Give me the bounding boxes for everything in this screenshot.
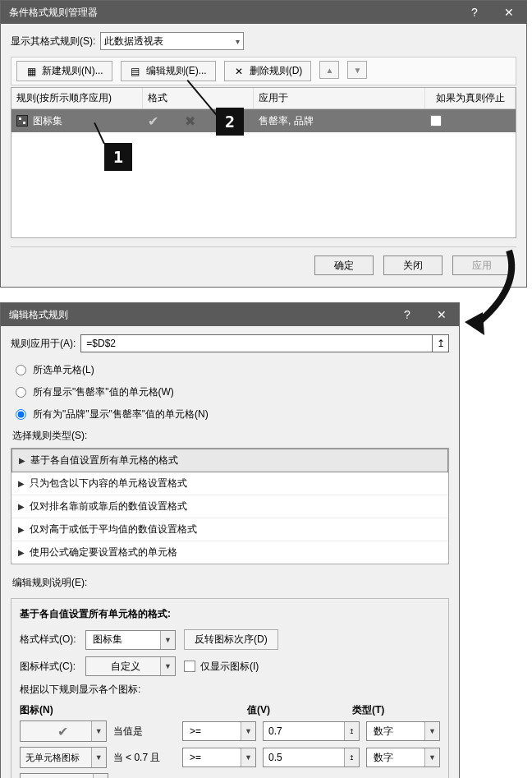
icon-style-label: 图标样式(C): xyxy=(20,660,77,674)
iconset-icon xyxy=(16,115,28,127)
move-up-button[interactable]: ▲ xyxy=(319,61,339,79)
range-picker-icon[interactable]: ↥ xyxy=(344,722,359,740)
edit-title: 编辑格式规则 xyxy=(9,308,390,322)
x-icon: ✖ xyxy=(185,113,195,129)
ok-button[interactable]: 确定 xyxy=(314,255,374,275)
show-rules-dropdown[interactable]: 此数据透视表 xyxy=(100,32,244,50)
rule-type-item[interactable]: ▶只为包含以下内容的单元格设置格式 xyxy=(11,472,448,495)
reverse-order-button[interactable]: 反转图标次序(D) xyxy=(184,629,278,650)
close-button[interactable]: ✕ xyxy=(492,1,526,24)
apply-to-label: 规则应用于(A): xyxy=(11,337,76,351)
edit-titlebar: 编辑格式规则 ? ✕ xyxy=(1,303,459,326)
value-input[interactable]: ↥ xyxy=(263,748,360,767)
header-icon: 图标(N) xyxy=(20,703,122,717)
scope-radio-all-field[interactable]: 所有显示"售罄率"值的单元格(W) xyxy=(11,381,449,403)
icon-rule-row: ✔▼ 当值是 >=▼ ↥ 数字▼ xyxy=(20,720,440,742)
value-input[interactable]: ↥ xyxy=(263,721,360,741)
col-rule: 规则(按所示顺序应用) xyxy=(11,88,143,108)
operator-dropdown[interactable]: >=▼ xyxy=(182,721,256,741)
icon-style-dropdown[interactable]: 自定义▼ xyxy=(85,656,176,676)
icon-rule-row: ✖▼ 当 < 0.5 xyxy=(20,773,440,778)
rule-type-item[interactable]: ▶仅对排名靠前或靠后的数值设置格式 xyxy=(11,495,448,518)
inner-title: 基于各自值设置所有单元格的格式: xyxy=(20,607,440,621)
range-picker-icon[interactable]: ↥ xyxy=(432,335,448,352)
new-rule-icon: ▦ xyxy=(25,66,37,77)
rules-grid: 规则(按所示顺序应用) 格式 应用于 如果为真则停止 图标集 ✔ ✖ 售罄率, … xyxy=(11,87,516,238)
check-icon: ✔ xyxy=(148,113,158,129)
when-text: 当值是 xyxy=(113,725,176,739)
edit-rule-button[interactable]: ▤ 编辑规则(E)... xyxy=(121,61,216,81)
col-applied: 应用于 xyxy=(254,88,425,108)
mgr-titlebar: 条件格式规则管理器 ? ✕ xyxy=(1,1,526,24)
rules-toolbar: ▦ 新建规则(N)... ▤ 编辑规则(E)... ✕ 删除规则(D) ▲ ▼ xyxy=(11,57,516,85)
check-icon: ✔ xyxy=(57,724,68,739)
mgr-title: 条件格式规则管理器 xyxy=(9,6,457,20)
show-icon-only-checkbox[interactable]: 仅显示图标(I) xyxy=(184,660,259,674)
callout-1: 1 xyxy=(104,143,132,171)
rule-type-item[interactable]: ▶仅对高于或低于平均值的数值设置格式 xyxy=(11,518,448,541)
edit-rule-icon: ▤ xyxy=(130,66,141,77)
rule-name: 图标集 xyxy=(33,114,62,128)
new-rule-button[interactable]: ▦ 新建规则(N)... xyxy=(16,61,112,81)
desc-label: 编辑规则说明(E): xyxy=(11,573,449,595)
icon-picker[interactable]: 无单元格图标▼ xyxy=(20,747,107,768)
header-type: 类型(T) xyxy=(352,703,440,717)
apply-to-input[interactable]: ↥ xyxy=(80,334,449,352)
rule-row[interactable]: 图标集 ✔ ✖ 售罄率, 品牌 xyxy=(11,109,516,132)
flow-arrow-icon xyxy=(460,246,525,345)
range-picker-icon[interactable]: ↥ xyxy=(344,748,359,766)
operator-dropdown[interactable]: >=▼ xyxy=(182,748,256,767)
rule-type-list: ▶基于各自值设置所有单元格的格式 ▶只为包含以下内容的单元格设置格式 ▶仅对排名… xyxy=(11,448,449,564)
select-type-label: 选择规则类型(S): xyxy=(11,426,449,448)
close-dialog-button[interactable]: 关闭 xyxy=(383,255,443,275)
format-style-label: 格式样式(O): xyxy=(20,633,77,647)
type-dropdown[interactable]: 数字▼ xyxy=(366,721,440,741)
rule-applied: 售罄率, 品牌 xyxy=(254,109,425,132)
callout-2: 2 xyxy=(216,108,244,136)
rule-type-item[interactable]: ▶基于各自值设置所有单元格的格式 xyxy=(11,449,448,472)
move-down-button[interactable]: ▼ xyxy=(347,61,367,79)
type-dropdown[interactable]: 数字▼ xyxy=(366,748,440,767)
icon-picker[interactable]: ✖▼ xyxy=(20,773,108,778)
close-button[interactable]: ✕ xyxy=(424,303,459,326)
col-format: 格式 xyxy=(143,88,254,108)
format-style-dropdown[interactable]: 图标集▼ xyxy=(85,630,176,650)
scope-radio-selected[interactable]: 所选单元格(L) xyxy=(11,359,449,381)
delete-rule-button[interactable]: ✕ 删除规则(D) xyxy=(224,61,312,81)
when-text: 当 < 0.7 且 xyxy=(113,751,176,765)
col-stop: 如果为真则停止 xyxy=(425,88,516,108)
icon-picker[interactable]: ✔▼ xyxy=(20,720,107,742)
rules-intro: 根据以下规则显示各个图标: xyxy=(20,683,440,697)
icon-rule-row: 无单元格图标▼ 当 < 0.7 且 >=▼ ↥ 数字▼ xyxy=(20,747,440,768)
help-button[interactable]: ? xyxy=(390,303,424,326)
show-rules-label: 显示其格式规则(S): xyxy=(11,35,95,48)
delete-rule-icon: ✕ xyxy=(233,66,245,77)
scope-radio-all-field-row[interactable]: 所有为"品牌"显示"售罄率"值的单元格(N) xyxy=(11,403,449,426)
svg-marker-0 xyxy=(465,312,484,335)
header-value: 值(V) xyxy=(247,703,352,717)
rule-type-item[interactable]: ▶使用公式确定要设置格式的单元格 xyxy=(11,541,448,564)
help-button[interactable]: ? xyxy=(457,1,492,24)
stop-if-true-checkbox[interactable] xyxy=(430,115,442,127)
